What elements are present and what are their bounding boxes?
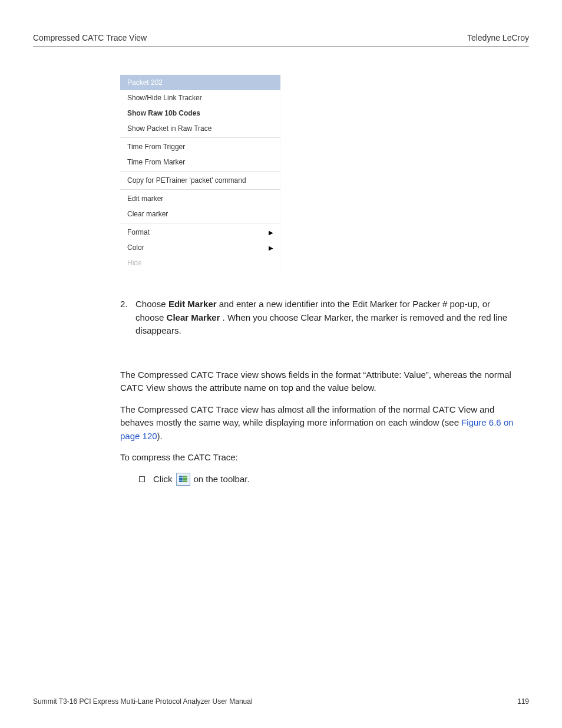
- footer-left: Summit T3-16 PCI Express Multi-Lane Prot…: [33, 697, 253, 706]
- bullet-click-toolbar: Click on the toolbar.: [139, 473, 529, 486]
- paragraph-3: To compress the CATC Trace:: [120, 451, 529, 465]
- step-body: Choose Edit Marker and enter a new ident…: [135, 298, 529, 338]
- context-menu-title: Packet 202: [120, 75, 280, 90]
- menu-item-time-from-trigger[interactable]: Time From Trigger: [120, 139, 280, 154]
- context-menu: Packet 202 Show/Hide Link Tracker Show R…: [120, 75, 280, 271]
- menu-separator: [120, 171, 280, 172]
- menu-item-hide: Hide: [120, 255, 280, 271]
- menu-item-edit-marker[interactable]: Edit marker: [120, 191, 280, 206]
- submenu-arrow-icon: ▶: [269, 229, 273, 236]
- footer-right: 119: [517, 697, 529, 706]
- header-right: Teledyne LeCroy: [467, 33, 529, 42]
- menu-item-format[interactable]: Format ▶: [120, 225, 280, 240]
- menu-item-show-packet-raw-trace[interactable]: Show Packet in Raw Trace: [120, 121, 280, 136]
- menu-separator: [120, 223, 280, 223]
- menu-separator: [120, 189, 280, 190]
- menu-item-clear-marker[interactable]: Clear marker: [120, 206, 280, 222]
- header-rule: [33, 46, 529, 47]
- menu-item-time-from-marker[interactable]: Time From Marker: [120, 154, 280, 170]
- paragraph-1: The Compressed CATC Trace view shows fie…: [120, 368, 529, 395]
- header-left: Compressed CATC Trace View: [33, 33, 147, 42]
- step-number: 2.: [120, 298, 135, 338]
- menu-item-color[interactable]: Color ▶: [120, 240, 280, 255]
- menu-item-copy-petrainer[interactable]: Copy for PETrainer 'packet' command: [120, 173, 280, 188]
- bullet-text-after: on the toolbar.: [194, 474, 250, 484]
- step-2: 2. Choose Edit Marker and enter a new id…: [120, 298, 529, 338]
- paragraph-2: The Compressed CATC Trace view has almos…: [120, 403, 529, 443]
- compress-toolbar-icon[interactable]: [176, 473, 190, 486]
- menu-item-show-raw-10b-codes[interactable]: Show Raw 10b Codes: [120, 106, 280, 121]
- submenu-arrow-icon: ▶: [269, 245, 273, 251]
- bullet-icon: [139, 476, 145, 482]
- bullet-text-before: Click: [153, 474, 173, 484]
- menu-item-show-hide-link-tracker[interactable]: Show/Hide Link Tracker: [120, 90, 280, 106]
- menu-separator: [120, 137, 280, 138]
